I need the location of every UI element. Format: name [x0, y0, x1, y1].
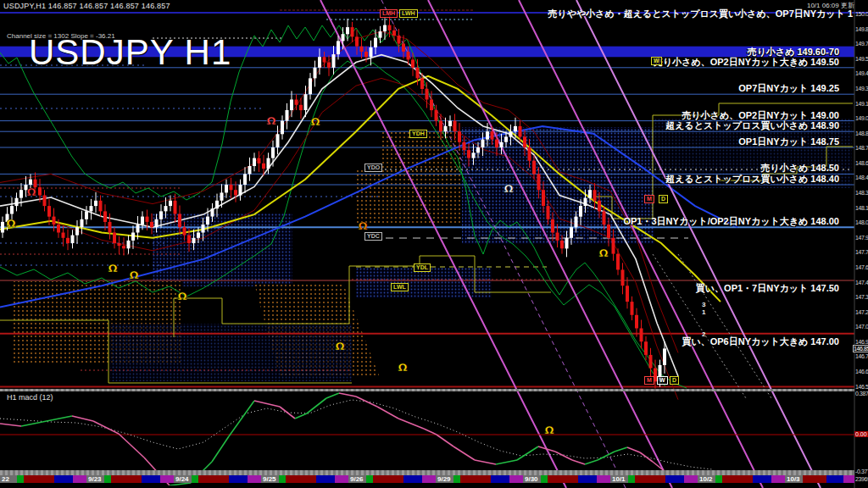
- price-axis-label: 149.160: [855, 101, 868, 107]
- timeline-date-label: 10/1: [612, 475, 626, 483]
- session-segment: [578, 475, 597, 483]
- pivot-label-d: D: [670, 376, 679, 385]
- price-axis-label: 148.600: [855, 160, 868, 166]
- level-annotation: 超えるとストップロス買い小さめ 148.40: [665, 173, 839, 186]
- session-segment: [229, 475, 248, 483]
- price-axis-label: 147.200: [855, 309, 868, 315]
- session-segment: [460, 475, 491, 483]
- level-annotation: 買い、OP1・7日NYカット 147.50: [696, 282, 839, 295]
- price-axis-label: 149.440: [855, 70, 868, 76]
- timeline-date-label: 9/26: [350, 475, 364, 483]
- session-segment: [771, 475, 785, 483]
- price-axis-label: 148.040: [855, 219, 868, 225]
- price-axis-label: 147.340: [855, 294, 868, 300]
- price-axis-label: 148.740: [855, 145, 868, 151]
- price-axis-label: 148.880: [855, 130, 868, 136]
- pivot-label-ydl: YDL: [414, 263, 431, 272]
- session-segment: [541, 475, 548, 483]
- price-axis-label: 147.760: [855, 249, 868, 255]
- current-price-tag: 146.857: [853, 345, 868, 352]
- session-segment: [17, 475, 24, 483]
- level-annotation: OP1日NYカット 148.75: [738, 136, 839, 148]
- session-segment: [366, 475, 373, 483]
- pivot-label-lwh: LWH: [399, 9, 418, 18]
- price-axis-label: 148.460: [855, 175, 868, 180]
- session-segment: [491, 475, 509, 483]
- session-segment: [803, 475, 826, 483]
- level-annotation: OP7日NYカット 149.25: [738, 82, 839, 95]
- session-segment: [597, 475, 610, 483]
- timeline-date-label: 9/25: [263, 475, 276, 483]
- price-axis-label: 149.860: [855, 26, 868, 32]
- price-axis-label: 146.500: [855, 384, 868, 390]
- chart-canvas[interactable]: ΩΩΩΩΩΩΩΩΩΩΩΩΩ: [0, 0, 868, 488]
- timeline-date-label: 10/2: [699, 475, 713, 483]
- pivot-label-ydo: YDO: [364, 164, 382, 172]
- timeline-date-label: 9/23: [88, 475, 102, 483]
- session-segment: [316, 475, 335, 483]
- chart-svg[interactable]: ΩΩΩΩΩΩΩΩΩΩΩΩΩ: [0, 0, 868, 488]
- session-segment: [548, 475, 578, 483]
- session-segment: [665, 475, 684, 483]
- macd-indicator-label: H1 macd (12): [7, 393, 53, 402]
- session-segment: [198, 475, 229, 483]
- svg-text:Ω: Ω: [129, 269, 138, 281]
- pivot-label-w: W: [657, 376, 668, 385]
- session-segment: [635, 475, 665, 483]
- session-segment: [453, 475, 460, 483]
- price-axis-label: 147.480: [855, 280, 868, 286]
- timeline-date-label: 9/30: [525, 475, 538, 483]
- session-segment: [826, 475, 843, 483]
- price-axis-label: 149.720: [855, 41, 868, 47]
- pivot-label-m: M: [644, 376, 654, 385]
- session-segment: [192, 475, 198, 483]
- svg-text:Ω: Ω: [504, 182, 513, 195]
- session-segment: [722, 475, 753, 483]
- strategy-comment: 売りやや小さめ・超えるとストップロス買い小さめ、OP7日NYカット 1: [548, 8, 853, 20]
- session-segment: [753, 475, 771, 483]
- price-axis-label: 147.620: [855, 264, 868, 270]
- price-axis-label: 149.300: [855, 86, 868, 92]
- session-segment: [373, 475, 403, 483]
- pivot-label-lwl: LWL: [391, 283, 409, 291]
- mt4-chart-window: ΩΩΩΩΩΩΩΩΩΩΩΩΩ USDJPY,H1 146.857 146.857 …: [0, 0, 868, 488]
- pivot-label-lmh: LMH: [380, 9, 398, 18]
- panel-separator[interactable]: [0, 389, 854, 391]
- session-segment: [715, 475, 722, 483]
- svg-text:Ω: Ω: [177, 290, 186, 302]
- session-segment: [54, 475, 73, 483]
- svg-text:Ω: Ω: [335, 340, 344, 352]
- bar-count: 23969: [855, 476, 868, 482]
- timeline-start-label: 22: [2, 475, 9, 483]
- session-segment: [422, 475, 436, 483]
- svg-text:Ω: Ω: [108, 262, 117, 274]
- level-annotation: OP1・3日NYカット/OP2日NYカット大きめ 148.00: [623, 215, 839, 228]
- macd-zero-tag: 0.00: [854, 431, 868, 437]
- session-segment: [279, 475, 286, 483]
- price-axis-label: 146.780: [855, 353, 868, 359]
- timeline-date-label: 9/24: [175, 475, 189, 483]
- macd-top-value: 0.387: [855, 391, 868, 396]
- session-segment: [684, 475, 698, 483]
- session-segment: [286, 475, 316, 483]
- session-segment: [843, 475, 854, 483]
- trendline-number: 3: [702, 301, 705, 308]
- price-axis-label: 150.000: [855, 11, 868, 17]
- svg-text:Ω: Ω: [398, 361, 407, 374]
- session-segment: [104, 475, 111, 483]
- pivot-label-ydc: YDC: [364, 232, 382, 241]
- session-segment: [73, 475, 86, 483]
- pivot-label-d: D: [659, 195, 668, 203]
- trendline-number: 2: [702, 330, 705, 338]
- symbol-ohlc-readout: USDJPY,H1 146.857 146.857 146.857 146.85…: [3, 2, 170, 10]
- session-segment: [248, 475, 261, 483]
- session-segment: [24, 475, 54, 483]
- svg-text:Ω: Ω: [310, 115, 320, 128]
- svg-text:Ω: Ω: [26, 186, 36, 198]
- macd-bottom-value: -0.377: [855, 469, 868, 474]
- pivot-label-w: W: [651, 57, 662, 65]
- svg-text:Ω: Ω: [266, 114, 275, 127]
- timeline-bar[interactable]: 229/239/249/259/269/299/3010/110/210/3: [0, 475, 854, 483]
- trendline-number: 1: [702, 308, 705, 316]
- timeline-date-label: 9/29: [437, 475, 451, 483]
